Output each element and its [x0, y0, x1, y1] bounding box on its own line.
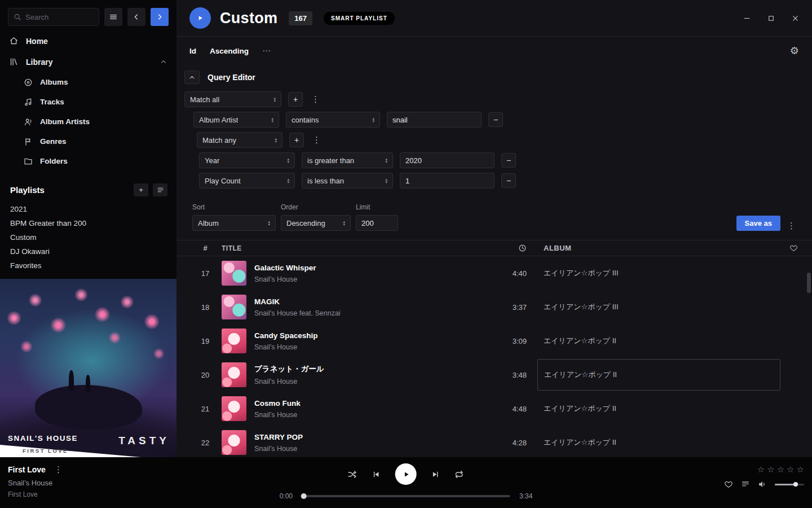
playlist-item[interactable]: BPM Greater than 200: [0, 216, 176, 230]
now-playing-artist: Snail’s House: [8, 479, 64, 487]
close-button[interactable]: [792, 15, 799, 22]
playlist-item[interactable]: Favorites: [0, 259, 176, 273]
sidebar-item-label: Home: [26, 37, 48, 46]
progress-section: 0:00 3:34: [280, 492, 533, 500]
seek-thumb[interactable]: [301, 493, 307, 499]
rule-value-input[interactable]: [400, 173, 495, 189]
back-button[interactable]: [127, 8, 145, 26]
column-number[interactable]: #: [197, 244, 214, 252]
dropdown-arrows-icon: ▴▾: [338, 220, 345, 226]
more-options-icon[interactable]: ⋯: [262, 46, 271, 56]
match-type-select[interactable]: Match all ▴▾: [184, 91, 281, 107]
seek-bar[interactable]: [302, 495, 510, 497]
playlist-item[interactable]: Custom: [0, 230, 176, 244]
scrollbar-thumb[interactable]: [807, 273, 811, 293]
star-icon[interactable]: ☆: [797, 465, 804, 474]
sort-select[interactable]: Album ▴▾: [192, 215, 276, 231]
minimize-button[interactable]: [743, 15, 751, 22]
add-playlist-button[interactable]: +: [134, 183, 148, 196]
track-album-selected-cell[interactable]: エイリアン☆ポップ II: [537, 359, 780, 391]
sidebar-item-albums[interactable]: Albums: [15, 72, 176, 92]
chevron-up-icon[interactable]: [160, 58, 167, 66]
previous-button[interactable]: [372, 470, 381, 479]
sidebar: Home Library Albums: [0, 0, 176, 457]
playlist-item[interactable]: DJ Okawari: [0, 244, 176, 259]
group-menu-button[interactable]: ⋮: [311, 135, 323, 145]
music-note-icon: [24, 98, 33, 107]
track-row[interactable]: 19 Candy Spaceship Snail’s House 3:09 エイ…: [176, 324, 812, 358]
repeat-button[interactable]: [454, 470, 464, 479]
sidebar-item-home[interactable]: Home: [0, 30, 176, 51]
forward-button[interactable]: [151, 8, 169, 26]
now-playing-menu-button[interactable]: ⋮: [52, 465, 64, 475]
star-icon[interactable]: ☆: [787, 465, 794, 474]
star-icon[interactable]: ☆: [767, 465, 774, 474]
dropdown-arrows-icon: ▴▾: [381, 157, 387, 163]
menu-button[interactable]: [104, 8, 122, 26]
remove-rule-button[interactable]: −: [501, 153, 516, 168]
sidebar-item-label: Tracks: [40, 98, 64, 106]
add-rule-button[interactable]: +: [288, 92, 303, 107]
volume-thumb[interactable]: [793, 482, 798, 487]
collapse-query-editor-button[interactable]: [184, 71, 200, 84]
next-button[interactable]: [431, 470, 440, 479]
rule-operator-select[interactable]: contains ▴▾: [286, 112, 380, 128]
star-icon[interactable]: ☆: [777, 465, 784, 474]
track-row[interactable]: 20 プラネット・ガール Snail’s House 3:48 エイリアン☆ポッ…: [176, 358, 812, 392]
volume-slider[interactable]: [775, 484, 804, 485]
save-menu-button[interactable]: ⋮: [785, 221, 797, 231]
maximize-button[interactable]: [767, 15, 775, 22]
hamburger-icon: [109, 12, 118, 21]
search-input[interactable]: [25, 13, 94, 21]
track-row[interactable]: 22 STARRY POP Snail’s House 4:28 エイリアン☆ポ…: [176, 426, 812, 457]
sidebar-item-album-artists[interactable]: Album Artists: [15, 112, 176, 132]
speaker-icon: [758, 480, 767, 489]
sidebar-item-folders[interactable]: Folders: [15, 151, 176, 171]
column-album[interactable]: ALBUM: [544, 244, 780, 252]
rating-stars: ☆ ☆ ☆ ☆ ☆: [757, 465, 804, 474]
star-icon[interactable]: ☆: [757, 465, 765, 474]
order-select[interactable]: Descending ▴▾: [281, 215, 351, 231]
play-playlist-button[interactable]: [189, 7, 211, 29]
rule-operator-select[interactable]: is greater than ▴▾: [302, 152, 393, 168]
column-title[interactable]: TITLE: [222, 244, 495, 252]
cover-figure-silhouette: [86, 375, 90, 392]
rule-field-select[interactable]: Album Artist ▴▾: [193, 112, 279, 128]
rule-operator-select[interactable]: is less than ▴▾: [302, 173, 393, 189]
page-title: Custom: [220, 10, 277, 27]
rule-field-select[interactable]: Year ▴▾: [199, 152, 295, 168]
limit-input[interactable]: [356, 215, 398, 231]
column-favorite[interactable]: [780, 244, 806, 252]
remove-rule-button[interactable]: −: [501, 173, 516, 188]
track-row[interactable]: 21 Cosmo Funk Snail’s House 4:48 エイリアン☆ポ…: [176, 392, 812, 426]
search-box[interactable]: [8, 8, 99, 26]
rule-menu-button[interactable]: ⋮: [310, 94, 321, 104]
rule-value-input[interactable]: [387, 112, 482, 128]
sidebar-item-library[interactable]: Library: [0, 51, 176, 72]
playlist-item[interactable]: 2021: [0, 202, 176, 216]
sort-field-chip[interactable]: Id: [189, 47, 196, 55]
sidebar-item-genres[interactable]: Genres: [15, 132, 176, 151]
add-group-rule-button[interactable]: +: [289, 133, 304, 147]
queue-icon: [741, 480, 750, 489]
playlist-list-button[interactable]: [153, 183, 167, 196]
group-match-type-select[interactable]: Match any ▴▾: [197, 132, 283, 148]
sidebar-item-tracks[interactable]: Tracks: [15, 92, 176, 112]
play-pause-button[interactable]: [395, 463, 417, 485]
shuffle-button[interactable]: [348, 470, 358, 479]
rule-field-select[interactable]: Play Count ▴▾: [199, 173, 295, 189]
track-row[interactable]: 18 MAGIK Snail’s House feat. Sennzai 3:3…: [176, 290, 812, 324]
settings-button[interactable]: ⚙: [790, 45, 799, 57]
plus-icon: +: [294, 135, 299, 144]
volume-button[interactable]: [758, 480, 767, 489]
save-as-button[interactable]: Save as: [736, 216, 780, 231]
track-title: プラネット・ガール: [254, 364, 495, 374]
track-row[interactable]: 17 Galactic Whisper Snail’s House 4:40 エ…: [176, 256, 812, 290]
favorite-button[interactable]: [724, 480, 733, 489]
queue-button[interactable]: [741, 480, 750, 489]
column-duration[interactable]: [495, 244, 527, 252]
sort-direction-chip[interactable]: Ascending: [210, 47, 249, 55]
remove-rule-button[interactable]: −: [488, 112, 503, 127]
rule-value-input[interactable]: [400, 152, 495, 168]
track-album: エイリアン☆ポップ III: [544, 268, 780, 278]
